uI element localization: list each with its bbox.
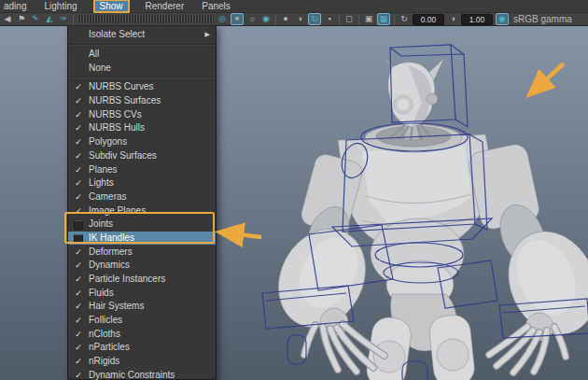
contrast-icon[interactable]: ◑: [447, 14, 458, 24]
checkmark-icon: ✓: [68, 135, 89, 148]
menu-item-nurbs-surfaces[interactable]: ✓NURBS Surfaces: [68, 94, 216, 108]
menu-item-label: Fluids: [89, 287, 114, 300]
exposure-icon[interactable]: ↻: [399, 14, 410, 24]
menu-item-label: Polygons: [89, 135, 127, 148]
menubar-item-ading[interactable]: ading: [2, 1, 28, 11]
xray-icon[interactable]: ✶: [231, 13, 244, 25]
textured-mode-icon[interactable]: ◑: [294, 14, 305, 24]
checkmark-icon: ✓: [68, 287, 89, 300]
toolbar-divider: [358, 15, 359, 24]
menu-item-ncloths[interactable]: ✓nCloths: [68, 327, 216, 341]
menu-item-label: Cameras: [89, 190, 127, 204]
menu-item-label: Hair Systems: [89, 300, 144, 313]
checkmark-icon: ✓: [68, 341, 89, 354]
menu-item-label: Joints: [89, 218, 113, 231]
show-menu-panel: Isolate Select▶AllNone✓NURBS Curves✓NURB…: [67, 25, 217, 380]
menu-item-label: NURBS Hulls: [89, 121, 145, 134]
menu-item-label: NURBS Surfaces: [89, 94, 161, 107]
menu-item-label: Deformers: [89, 246, 133, 259]
menubar-item-lighting[interactable]: Lighting: [42, 1, 78, 11]
screen-space-ao-icon[interactable]: ↻: [308, 13, 321, 25]
checkmark-icon: ✓: [68, 149, 89, 162]
menu-item-dynamics[interactable]: ✓Dynamics: [68, 259, 216, 273]
menu-item-lights[interactable]: ✓Lights: [68, 176, 216, 190]
checkmark-icon: ✓: [68, 204, 89, 218]
menu-item-nurbs-cvs[interactable]: ✓NURBS CVs: [68, 107, 216, 121]
menu-item-hair-systems[interactable]: ✓Hair Systems: [68, 300, 216, 314]
menu-item-follicles[interactable]: ✓Follicles: [68, 314, 216, 328]
menu-item-label: Follicles: [89, 314, 122, 327]
shadows-icon[interactable]: ◉: [260, 14, 272, 24]
checkbox-unchecked-icon: [68, 218, 89, 231]
maya-viewport-panel: adingLightingShowRendererPanels ◀⚑✎◭✑ ◎✶…: [0, 0, 588, 380]
bookmark-icon[interactable]: ⚑: [16, 14, 27, 24]
shaded-mode-icon[interactable]: ●: [280, 14, 291, 24]
lighting-icon[interactable]: ☼: [246, 14, 258, 24]
checkmark-icon: ✓: [68, 369, 89, 380]
step-back-icon[interactable]: ◀: [2, 14, 13, 24]
panel-toolbar: ◀⚑✎◭✑ ◎✶☼◉●◑↻▪◻▣▦↻ 0.00 ◑ 1.00 ◉ sRGB ga…: [0, 13, 588, 26]
exposure-field[interactable]: 0.00: [413, 14, 444, 25]
checkbox-unchecked-icon: [68, 232, 89, 245]
checkmark-icon: ✓: [68, 314, 89, 327]
robot-model: [261, 52, 588, 380]
menu-item-deformers[interactable]: ✓Deformers: [68, 245, 216, 259]
lasso-tool-icon[interactable]: ✑: [58, 14, 69, 24]
menu-item-fluids[interactable]: ✓Fluids: [68, 286, 216, 300]
menu-item-cameras[interactable]: ✓Cameras: [68, 190, 216, 204]
paint-select-icon[interactable]: ✎: [30, 14, 41, 24]
menu-item-particle-instancers[interactable]: ✓Particle Instancers: [68, 273, 216, 287]
menubar-item-panels[interactable]: Panels: [200, 1, 232, 11]
panel-menubar: adingLightingShowRendererPanels: [0, 0, 588, 13]
motion-blur-icon[interactable]: ▪: [324, 14, 335, 24]
isolate-select-icon[interactable]: ◻: [343, 14, 355, 24]
menu-item-label: Isolate Select: [89, 28, 145, 41]
toolbar-divider: [73, 15, 74, 24]
menu-item-dynamic-constraints[interactable]: ✓Dynamic Constraints: [68, 369, 216, 380]
checkmark-icon: ✓: [68, 328, 89, 341]
checkmark-icon: ✓: [68, 355, 89, 368]
menu-item-image-planes[interactable]: ✓Image Planes: [68, 204, 216, 218]
menu-item-label: All: [89, 48, 99, 61]
image-plane-icon[interactable]: ▦: [377, 13, 390, 25]
menu-item-label: Particle Instancers: [89, 273, 165, 286]
snapshot-icon[interactable]: ▣: [363, 14, 374, 24]
menu-item-label: None: [89, 62, 111, 75]
checkmark-icon: ✓: [68, 259, 89, 272]
checkmark-icon: ✓: [68, 121, 89, 134]
menu-item-joints[interactable]: Joints: [68, 218, 216, 232]
checkmark-icon: ✓: [68, 163, 89, 176]
menu-item-polygons[interactable]: ✓Polygons: [68, 135, 216, 149]
submenu-arrow-icon: ▶: [205, 31, 216, 38]
menu-item-nurbs-hulls[interactable]: ✓NURBS Hulls: [68, 121, 216, 135]
menu-item-planes[interactable]: ✓Planes: [68, 162, 216, 176]
toolbar-divider: [394, 15, 395, 24]
menu-item-label: Image Planes: [89, 204, 146, 218]
menu-item-isolate-select[interactable]: Isolate Select▶: [68, 28, 216, 42]
menubar-item-show[interactable]: Show: [93, 0, 130, 13]
toolbar-left-icons: ◀⚑✎◭✑: [2, 14, 69, 24]
wireframe-sphere-icon[interactable]: ◎: [217, 14, 228, 24]
menu-item-label: nCloths: [89, 328, 120, 341]
menu-item-nrigids[interactable]: ✓nRigids: [68, 355, 216, 369]
menu-item-label: Lights: [89, 176, 114, 190]
menu-item-label: nRigids: [89, 355, 119, 368]
menu-item-label: nParticles: [89, 341, 130, 354]
toolbar-collapsed-buttons-strip[interactable]: [77, 15, 214, 23]
sculpt-tool-icon[interactable]: ◭: [44, 14, 55, 24]
menu-item-nparticles[interactable]: ✓nParticles: [68, 341, 216, 355]
menu-item-all[interactable]: All: [68, 48, 216, 62]
show-menu-list: Isolate Select▶AllNone✓NURBS Curves✓NURB…: [68, 28, 216, 380]
colorspace-dropdown[interactable]: sRGB gamma: [511, 14, 572, 25]
color-management-icon[interactable]: ◉: [496, 13, 509, 25]
menu-item-nurbs-curves[interactable]: ✓NURBS Curves: [68, 80, 216, 94]
menu-item-ik-handles[interactable]: IK Handles: [68, 232, 216, 246]
toolbar-main-icons: ◎✶☼◉●◑↻▪◻▣▦↻: [217, 13, 410, 25]
gamma-field[interactable]: 1.00: [461, 14, 493, 25]
menubar-item-renderer[interactable]: Renderer: [144, 1, 187, 11]
menu-item-none[interactable]: None: [68, 61, 216, 75]
checkmark-icon: ✓: [68, 80, 89, 93]
menu-item-label: Planes: [89, 163, 118, 176]
menu-item-subdiv-surfaces[interactable]: ✓Subdiv Surfaces: [68, 149, 216, 163]
checkmark-icon: ✓: [68, 246, 89, 259]
